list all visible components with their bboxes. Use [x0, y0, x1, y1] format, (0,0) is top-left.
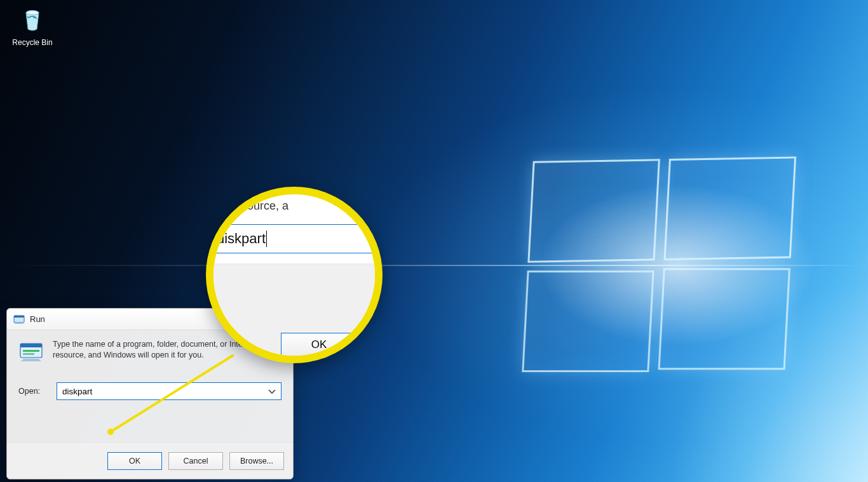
run-dialog-icon: [18, 339, 44, 365]
callout-input-value: diskpart: [217, 231, 266, 247]
run-dialog-button-row: OK Cancel Browse...: [7, 442, 293, 479]
ok-button[interactable]: OK: [107, 452, 162, 470]
svg-rect-6: [23, 350, 39, 352]
svg-rect-7: [23, 353, 34, 355]
run-icon: [13, 314, 25, 325]
svg-rect-5: [20, 344, 42, 347]
svg-point-1: [26, 11, 39, 15]
desktop-icon-recycle-bin[interactable]: Recycle Bin: [6, 1, 58, 47]
browse-button[interactable]: Browse...: [229, 452, 284, 470]
recycle-bin-icon: [17, 4, 48, 34]
cancel-button[interactable]: Cancel: [168, 452, 223, 470]
desktop-icon-label: Recycle Bin: [6, 38, 58, 47]
run-dialog-title: Run: [30, 314, 45, 324]
magnifier-callout: et resource, a diskpart OK: [206, 187, 383, 363]
callout-open-input-zoom: diskpart: [211, 224, 375, 253]
run-open-combobox[interactable]: [57, 382, 281, 400]
windows-light-panes: [522, 156, 806, 377]
run-open-label: Open:: [18, 387, 48, 396]
svg-rect-3: [14, 316, 24, 318]
run-open-input[interactable]: [57, 384, 281, 399]
